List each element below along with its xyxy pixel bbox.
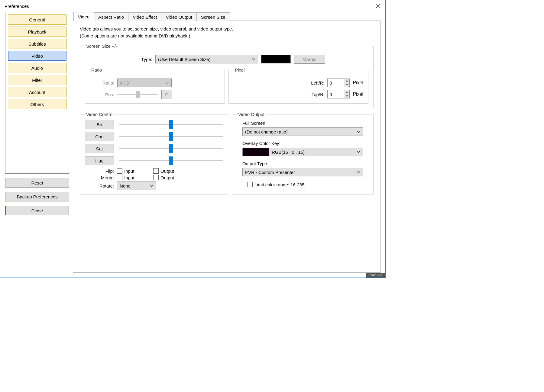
overlay-label: Overlay Color Key: — [242, 141, 363, 146]
tab-screen-size[interactable]: Screen Size — [196, 12, 230, 21]
pos-label: Pos: — [90, 92, 114, 97]
hue-slider[interactable] — [119, 158, 223, 164]
chevron-down-icon — [357, 150, 360, 153]
footer-brand: LO4D.com — [366, 273, 385, 278]
tab-bar: VideoAspect RatioVideo EffectVideo Outpu… — [73, 12, 380, 21]
ratio-select: 4 : 3 — [117, 79, 172, 87]
brightness-slider[interactable] — [119, 121, 223, 127]
video-control-fieldset: Video Control Bri Con Sat Hue Flip: Inpu… — [80, 112, 228, 194]
video-panel: Video tab allows you to set screen size,… — [73, 21, 380, 273]
chevron-down-icon — [165, 81, 169, 84]
rotate-value: None — [120, 183, 131, 188]
brightness-button[interactable]: Bri — [85, 120, 114, 129]
pos-center-button: C — [161, 90, 172, 99]
output-type-select[interactable]: EVR - Custom Presenter — [242, 168, 363, 176]
leftr-spinner[interactable] — [327, 79, 350, 87]
overlay-color-swatch[interactable] — [242, 148, 269, 156]
window-close-button[interactable] — [370, 0, 385, 12]
leftr-label: Left/R: — [303, 80, 324, 85]
desc-line2: (Some options are not available during D… — [80, 33, 374, 40]
chevron-down-icon — [150, 184, 154, 187]
chevron-down-icon — [357, 130, 360, 133]
topb-label: Top/B: — [303, 92, 324, 97]
nav-item-video[interactable]: Video — [8, 51, 66, 61]
ratio-legend: Ratio — [90, 67, 103, 72]
rotate-select[interactable]: None — [117, 182, 156, 190]
chevron-down-icon — [357, 171, 360, 174]
flip-label: Flip: — [85, 169, 114, 174]
pixel-legend: Pixel — [234, 67, 246, 72]
nav-item-playback[interactable]: Playback — [8, 27, 66, 37]
panel-description: Video tab allows you to set screen size,… — [80, 26, 374, 39]
nav-item-others[interactable]: Others — [8, 99, 66, 109]
leftr-unit: Pixel — [353, 80, 363, 85]
output-type-label: Output Type: — [242, 161, 363, 166]
window-title: Preferences — [5, 4, 29, 9]
nav-item-subtitles[interactable]: Subtitles — [8, 39, 66, 49]
flip-output-checkbox[interactable]: Output — [153, 168, 174, 174]
nav-item-filter[interactable]: Filter — [8, 75, 66, 85]
spin-down-icon[interactable] — [344, 94, 349, 98]
close-icon — [376, 4, 380, 8]
overlay-select[interactable]: RGB(16 , 0 , 16) — [269, 148, 363, 156]
saturation-slider[interactable] — [119, 146, 223, 152]
fullscreen-select[interactable]: (Do not change ratio) — [242, 127, 363, 136]
type-value: (Use Default Screen Size) — [158, 57, 210, 62]
contrast-slider[interactable] — [119, 133, 223, 140]
leftr-input[interactable] — [328, 79, 344, 87]
mirror-input-checkbox[interactable]: Input — [117, 175, 150, 180]
spin-down-icon[interactable] — [344, 83, 349, 87]
saturation-button[interactable]: Sat — [85, 144, 114, 153]
type-select[interactable]: (Use Default Screen Size) — [155, 55, 258, 63]
topb-input[interactable] — [328, 90, 344, 98]
tab-video-output[interactable]: Video Output — [161, 12, 196, 21]
backup-preferences-button[interactable]: Backup Preferences — [5, 192, 69, 201]
fullscreen-label: Full Screen: — [242, 120, 363, 126]
tab-video-effect[interactable]: Video Effect — [128, 12, 161, 21]
screen-size-legend: Screen Size +/- — [85, 43, 118, 49]
nav-item-account[interactable]: Account — [8, 87, 66, 97]
chevron-down-icon — [252, 58, 255, 61]
spin-up-icon[interactable] — [344, 79, 349, 83]
limit-color-range-checkbox[interactable]: Limit color range: 16-235 — [247, 182, 305, 187]
rotate-label: Rotate: — [85, 183, 114, 188]
screen-size-preview — [261, 55, 291, 63]
video-control-legend: Video Control — [85, 112, 115, 117]
contrast-button[interactable]: Con — [85, 132, 114, 141]
video-output-legend: Video Output — [237, 112, 266, 117]
window-titlebar: Preferences — [0, 0, 385, 12]
margin-button[interactable]: Margin — [294, 55, 325, 64]
ratio-fieldset: Ratio Ratio: 4 : 3 Pos: — [85, 67, 225, 104]
nav-item-general[interactable]: General — [8, 14, 66, 25]
hue-button[interactable]: Hue — [85, 156, 114, 165]
tab-aspect-ratio[interactable]: Aspect Ratio — [94, 12, 128, 21]
close-button[interactable]: Close — [5, 206, 69, 215]
flip-input-checkbox[interactable]: Input — [117, 168, 150, 174]
output-type-value: EVR - Custom Presenter — [245, 170, 295, 175]
mirror-output-checkbox[interactable]: Output — [153, 175, 174, 180]
topb-spinner[interactable] — [327, 90, 350, 98]
pos-slider — [117, 92, 158, 98]
screen-size-fieldset: Screen Size +/- Type: (Use Default Scree… — [80, 43, 374, 108]
desc-line1: Video tab allows you to set screen size,… — [80, 26, 374, 33]
reset-button[interactable]: Reset — [5, 178, 69, 188]
ratio-label: Ratio: — [90, 80, 114, 85]
video-output-fieldset: Video Output Full Screen: (Do not change… — [232, 112, 374, 194]
tab-video[interactable]: Video — [73, 12, 94, 21]
ratio-value: 4 : 3 — [120, 80, 129, 85]
type-label: Type: — [128, 57, 152, 62]
overlay-value: RGB(16 , 0 , 16) — [272, 149, 305, 155]
content-area: VideoAspect RatioVideo EffectVideo Outpu… — [73, 12, 380, 273]
topb-unit: Pixel — [353, 92, 363, 97]
nav-list: GeneralPlaybackSubtitlesVideoAudioFilter… — [5, 12, 69, 174]
nav-item-audio[interactable]: Audio — [8, 63, 66, 73]
sidebar: GeneralPlaybackSubtitlesVideoAudioFilter… — [5, 12, 69, 273]
spin-up-icon[interactable] — [344, 90, 349, 94]
fullscreen-value: (Do not change ratio) — [245, 129, 288, 134]
mirror-label: Mirror: — [85, 175, 114, 180]
pixel-fieldset: Pixel Left/R: Pixel — [228, 67, 368, 104]
